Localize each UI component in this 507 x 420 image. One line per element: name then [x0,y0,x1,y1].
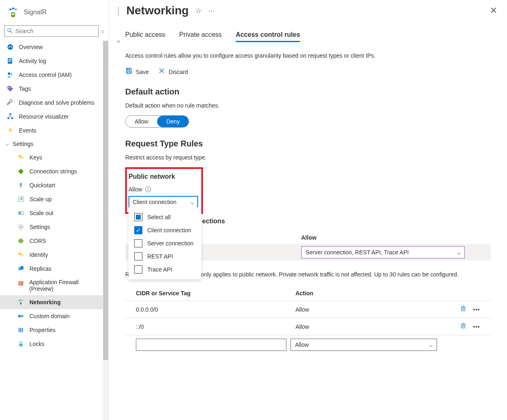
page-header: | Networking ☆ ⋯ ✕ [109,0,507,19]
nav-visualizer[interactable]: Resource visualizer [0,110,108,124]
option-client-connection[interactable]: ✓Client connection [128,224,201,237]
cors-icon [17,237,25,245]
search-icon [7,28,13,35]
svg-rect-9 [9,59,12,60]
delete-icon[interactable] [460,305,466,314]
default-action-toggle[interactable]: Allow Deny [125,115,189,128]
page-title: Networking [126,4,189,17]
search-input[interactable] [4,25,99,37]
nav-networking[interactable]: Networking [0,295,108,309]
row-more-icon[interactable]: ••• [473,323,480,330]
nav-customdomain[interactable]: Custom domain [0,309,108,323]
private-allow-dropdown[interactable]: Server connection, REST API, Trace API ⌵ [301,246,465,258]
scrollbar[interactable] [103,40,108,420]
nav-replicas[interactable]: Replicas [0,262,108,276]
svg-rect-42 [18,315,20,317]
nav-keys[interactable]: Keys [0,150,108,164]
nav-overview[interactable]: Overview [0,40,108,54]
nav-identity[interactable]: Identity [0,248,108,262]
checkbox-partial-icon[interactable] [134,213,142,221]
svg-point-12 [8,72,10,75]
nav-iam[interactable]: Access control (IAM) [0,68,108,82]
iam-icon [7,71,14,79]
divider: | [117,4,120,17]
signalr-icon [7,7,19,18]
svg-rect-50 [462,324,465,328]
svg-point-13 [11,73,13,75]
replicas-icon [17,265,25,272]
scaleup-icon [17,195,25,203]
dropdown-panel: Select all ✓Client connection Server con… [128,207,201,279]
tab-access-control[interactable]: Access control rules [236,31,300,42]
info-icon[interactable]: i [145,186,151,192]
chevron-down-icon: ⌵ [457,249,460,256]
svg-rect-4 [12,13,14,15]
svg-rect-23 [18,211,20,215]
more-menu-icon[interactable]: ⋯ [208,7,215,15]
nav-settings-group[interactable]: ⌵Settings [0,137,108,150]
collapse-sidebar-icon[interactable]: « [113,38,120,44]
svg-rect-36 [19,283,20,284]
nav-scaleup[interactable]: Scale up [0,192,108,206]
nav-events[interactable]: Events [0,124,108,137]
domain-icon [17,312,25,320]
checkbox-icon[interactable] [134,265,142,274]
checkbox-checked-icon[interactable]: ✓ [134,226,142,234]
svg-rect-15 [9,114,11,115]
checkbox-icon[interactable] [134,252,142,261]
nav-scaleout[interactable]: Scale out [0,206,108,220]
checkbox-icon[interactable] [134,239,142,247]
discard-button[interactable]: Discard [158,67,188,76]
visualizer-icon [7,113,14,120]
nav-diagnose[interactable]: Diagnose and solve problems [0,96,108,110]
option-select-all[interactable]: Select all [128,211,201,224]
brand: SignalR [0,0,108,23]
command-bar: Save Discard [125,67,491,76]
option-server-connection[interactable]: Server connection [128,237,201,250]
svg-line-6 [11,31,12,33]
svg-rect-35 [20,281,21,283]
close-icon[interactable]: ✕ [490,5,497,16]
toggle-deny[interactable]: Deny [157,116,189,127]
svg-point-39 [20,299,22,301]
nav-activity-log[interactable]: Activity log [0,54,108,68]
public-network-box: Public network Allow i Client connection… [125,167,203,214]
nav-tags[interactable]: Tags [0,82,108,96]
tab-public-access[interactable]: Public access [125,31,165,42]
svg-rect-49 [462,307,465,311]
request-type-dropdown[interactable]: Client connection ⌵ [128,196,198,208]
svg-point-25 [20,226,22,228]
tab-private-access[interactable]: Private access [179,31,222,42]
sidebar: SignalR ◇ Overview Activity log Access c… [0,0,109,420]
svg-point-7 [7,44,13,50]
nav-settings-item[interactable]: Settings [0,220,108,234]
nav-firewall[interactable]: Application Firewall (Preview) [0,276,108,295]
expand-icon[interactable]: ◇ [101,29,104,34]
save-icon [125,67,133,76]
save-button[interactable]: Save [125,67,149,76]
firewall-icon [17,280,24,287]
svg-rect-34 [18,284,23,284]
nav-locks[interactable]: Locks [0,337,108,351]
search-field[interactable] [15,28,96,34]
nav-properties[interactable]: Properties [0,323,108,337]
request-rules-desc: Restrict access by request type. [125,154,491,161]
row-more-icon[interactable]: ••• [473,306,480,312]
option-trace-api[interactable]: Trace API [128,263,201,276]
toggle-allow[interactable]: Allow [126,116,157,127]
cidr-input[interactable] [136,339,286,351]
networking-icon [17,299,25,306]
nav-connstrings[interactable]: Connection strings [0,164,108,178]
partial-label: ections [202,218,225,225]
delete-icon[interactable] [460,322,466,331]
table-row: ::/0 Allow ••• [125,318,491,335]
nav-list: Overview Activity log Access control (IA… [0,40,108,420]
tag-icon [7,85,14,92]
favorite-star-icon[interactable]: ☆ [195,6,202,15]
action-select[interactable]: Allow ⌵ [291,339,437,351]
nav-quickstart[interactable]: Quickstart [0,178,108,192]
nav-cors[interactable]: CORS [0,234,108,248]
lock-icon [17,340,25,348]
svg-rect-17 [11,117,13,119]
option-rest-api[interactable]: REST API [128,250,201,263]
